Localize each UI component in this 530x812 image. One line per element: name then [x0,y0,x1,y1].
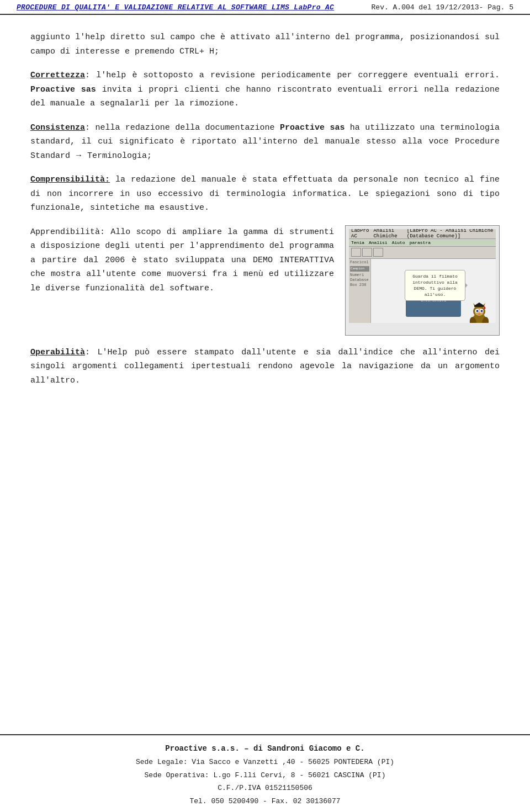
footer-sede-operativa: Sede Operativa: L.go F.lli Cervi, 8 - 56… [11,769,519,782]
screenshot-inner: LabPro AC Analisi Chimiche [LabPro AC - … [349,229,496,323]
software-screenshot: LabPro AC Analisi Chimiche [LabPro AC - … [345,225,500,336]
operabilita-text: : L'Help può essere stampato dall'utente… [30,348,500,385]
svg-point-10 [481,310,483,311]
page-header: PROCEDURE DI QUALITA' E VALIDAZIONE RELA… [0,0,530,15]
demo-text: che mostra all'utente come muoversi fra … [30,269,334,293]
footer-tel-fax: Tel. 050 5200490 - Fax. 02 30136077 [11,795,519,808]
apprendibilita-section: Apprendibilità: Allo scopo di ampliare l… [30,225,500,336]
svg-point-23 [484,307,486,309]
sw-toolbar [349,247,496,259]
screenshot-area: LabPro AC Analisi Chimiche [LabPro AC - … [345,225,500,336]
header-title-left: PROCEDURE DI QUALITA' E VALIDAZIONE RELA… [17,3,334,12]
consistenza-paragraph: Consistenza: nella redazione della docum… [30,121,500,163]
speech-bubble: Guarda il filmato introduttivo alla DEMO… [405,270,465,301]
header-title-right: Rev. A.004 del 19/12/2013- Pag. 5 [372,3,513,12]
operabilita-paragraph: Operabilità: L'Help può essere stampato … [30,346,500,388]
proactive-sas-1: Proactive sas [30,85,96,94]
svg-point-9 [477,310,478,311]
footer-cf-piva: C.F./P.IVA 01521150506 [11,782,519,794]
apprendibilita-left: Apprendibilità: Allo scopo di ampliare l… [30,225,334,296]
operabilita-label: Operabilità [30,348,85,357]
comprensibilita-label: Comprensibilità: [30,175,110,184]
intro-text: aggiunto l'help diretto sul campo che è … [30,33,500,56]
consistenza-text-pre: : nella redazione della documentazione [85,123,280,132]
page-footer: Proactive s.a.s. – di Sandroni Giacomo e… [0,734,530,812]
page-content: aggiunto l'help diretto sul campo che è … [0,15,530,408]
correttezza-paragraph: Correttezza: l'help è sottoposto a revis… [30,68,500,111]
svg-marker-21 [475,302,484,305]
apprendibilita-label: Apprendibilità: [30,227,105,237]
intro-paragraph: aggiunto l'help diretto sul campo che è … [30,30,500,59]
correttezza-text: : l'help è sottoposto a revisione period… [85,71,500,80]
sw-menubar2: Tenia Analisi Aiuto parastra [349,239,496,247]
proactive-sas-2: Proactive sas [280,123,344,132]
sw-menubar: LabPro AC Analisi Chimiche [LabPro AC - … [349,229,496,239]
sw-body: Fascicol Campion Numeri Database Box 238… [349,259,496,323]
sw-sidebar: Fascicol Campion Numeri Database Box 238 [349,259,371,323]
correttezza-label: Correttezza [30,71,85,80]
owl-figure [468,300,490,323]
footer-sede-legale: Sede Legale: Via Sacco e Vanzetti ,40 - … [11,756,519,768]
consistenza-label: Consistenza [30,123,85,132]
footer-company: Proactive s.a.s. – di Sandroni Giacomo e… [11,742,519,756]
comprensibilita-paragraph: Comprensibilità: la redazione del manual… [30,173,500,215]
sw-main-area: Guarda il filmato introduttivo alla DEMO… [371,259,496,323]
demo-label: DEMO INTERATTIVA [253,256,334,265]
svg-rect-20 [474,305,484,307]
proactive-text-1: invita i propri clienti che hanno riscon… [30,85,500,109]
